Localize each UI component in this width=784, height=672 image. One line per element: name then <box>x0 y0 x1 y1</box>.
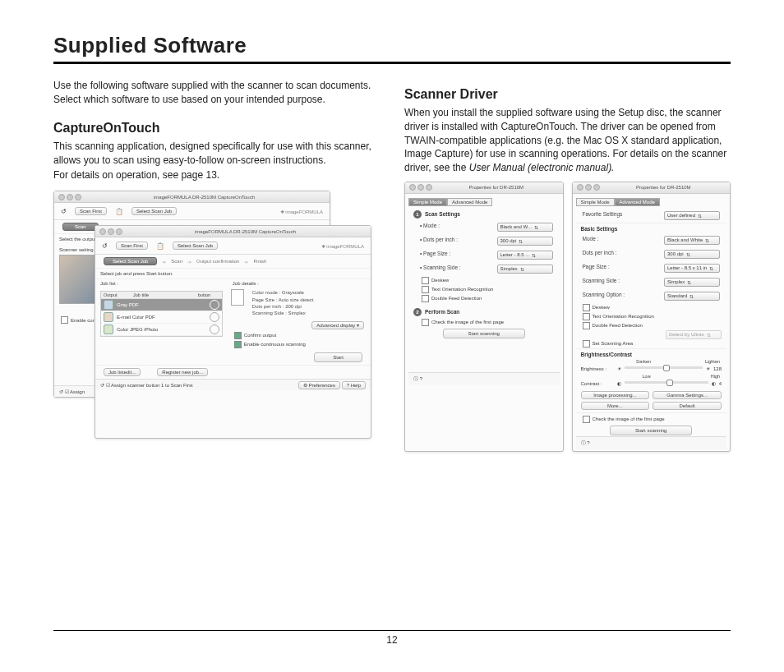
select-job-prompt: Select job and press Start button. <box>95 269 371 279</box>
mode-tabs-simple[interactable]: Simple ModeAdvanced Mode <box>408 198 560 206</box>
window-title-2: imageFORMULA DR-2510M CaptureOnTouch <box>124 229 367 234</box>
favorite-select[interactable]: User defined⇅ <box>664 211 720 220</box>
start-scanning-button-2[interactable]: Start scanning <box>610 426 692 435</box>
intro-text: Use the following software supplied with… <box>53 79 380 108</box>
select-scan-job-button[interactable]: Select Scan Job <box>131 207 177 215</box>
default-button[interactable]: Default <box>653 402 722 410</box>
deskew-checkbox[interactable]: Deskew <box>431 278 449 283</box>
check-first-page-checkbox-2[interactable]: Check the image of the first page <box>593 417 665 421</box>
brand-label-2: imageFORMULA <box>326 244 364 249</box>
job-row-2: E-mail Color PDF <box>101 311 222 324</box>
props-title-2: Properties for DR-2510M <box>602 185 726 190</box>
info-icon[interactable]: ⓘ ? <box>413 375 422 383</box>
job-row-3: Color JPEG iPhoto <box>101 324 222 336</box>
footer-rule <box>53 630 731 631</box>
mode-select[interactable]: Black and W...⇅ <box>497 223 553 232</box>
contrast-value: 4 <box>719 381 722 386</box>
cot-para2: For details on operation, see page 13. <box>53 168 380 182</box>
captureontouch-screenshots: imageFORMULA DR-2510M CaptureOnTouch ↺ S… <box>53 191 380 437</box>
image-processing-button[interactable]: Image processing... <box>581 391 650 399</box>
text-orient-checkbox[interactable]: Text Orientation Recognition <box>431 287 493 292</box>
heading-scanner-driver: Scanner Driver <box>404 87 731 102</box>
preferences-button[interactable]: ⚙ Preferences <box>298 381 340 389</box>
scan-step-label: Scan <box>171 259 182 264</box>
more-button[interactable]: More... <box>581 402 650 410</box>
driver-screenshots: Properties for DR-2510M Simple ModeAdvan… <box>404 182 731 452</box>
page-title: Supplied Software <box>53 33 731 58</box>
assign-label-back: Assign <box>70 389 85 394</box>
dpi-select[interactable]: 300 dpi⇅ <box>497 237 553 246</box>
detect-ultras-select: Detect by Ultras⇅ <box>666 330 722 339</box>
job-list[interactable]: OutputJob titlebutton Gray PDF E-mail Co… <box>100 291 223 337</box>
info-icon-2[interactable]: ⓘ ? <box>581 440 590 447</box>
pagesize-select[interactable]: Letter - 8.5 ...⇅ <box>497 251 553 260</box>
select-scan-job-step[interactable]: Select Scan Job <box>104 257 157 265</box>
scanside-select-2[interactable]: Simplex⇅ <box>664 278 720 287</box>
deskew-checkbox-2[interactable]: Deskew <box>593 305 610 310</box>
start-button[interactable]: Start <box>314 352 362 362</box>
dpi-select-2[interactable]: 300 dpi⇅ <box>664 250 720 259</box>
brightness-value: 128 <box>713 366 722 371</box>
double-feed-checkbox-2[interactable]: Double Feed Detection <box>593 323 643 328</box>
mode-select-2[interactable]: Black and White⇅ <box>664 236 720 245</box>
job-row-1: Gray PDF <box>101 299 222 311</box>
scan-step[interactable]: Scan <box>62 223 99 231</box>
props-title-1: Properties for DR-2510M <box>434 185 559 190</box>
text-orient-checkbox-2[interactable]: Text Orientation Recognition <box>593 314 654 319</box>
output-confirm-step: Output confirmation <box>196 259 239 264</box>
preview-thumbnail <box>59 255 97 304</box>
cot-para1: This scanning application, designed spec… <box>53 140 380 168</box>
driver-para: When you install the supplied software u… <box>404 106 731 175</box>
brand-label: imageFORMULA <box>285 209 323 214</box>
favorite-settings-label: Favorite Settings <box>583 211 623 220</box>
gamma-settings-button[interactable]: Gamma Settings... <box>653 391 722 399</box>
jobdetails-label: Job details : <box>228 279 371 288</box>
assign-label: Assign scanner button 1 to Scan First <box>111 383 193 388</box>
scanside-select[interactable]: Simplex⇅ <box>497 265 553 274</box>
scanner-settings-label: Scanner setting <box>59 247 97 252</box>
scan-settings-label: Scan Settings <box>425 211 460 217</box>
job-details: Color mode : Grayscale Page Size : Auto … <box>247 289 314 317</box>
scanoption-select[interactable]: Standard⇅ <box>664 292 720 301</box>
set-scan-area-checkbox[interactable]: Set Scanning Area <box>593 341 634 346</box>
joblistedit-button[interactable]: Job listedit... <box>104 368 141 376</box>
brightness-contrast-label: Brightness/Contrast <box>576 348 727 359</box>
start-scanning-button[interactable]: Start scanning <box>443 329 525 338</box>
pagesize-select-2[interactable]: Letter - 8.5 x 11 in⇅ <box>664 264 720 273</box>
select-scan-job-button-2[interactable]: Select Scan Job <box>173 242 218 250</box>
confirm-output-checkbox[interactable]: Confirm output <box>244 333 276 338</box>
mode-tabs-advanced[interactable]: Simple ModeAdvanced Mode <box>576 198 727 206</box>
joblist-label: Job list : <box>95 279 228 288</box>
perform-scan-label: Perform Scan <box>425 309 459 315</box>
page-number: 12 <box>0 634 784 646</box>
heading-captureontouch: CaptureOnTouch <box>53 121 380 136</box>
basic-settings-label: Basic Settings <box>576 223 727 233</box>
register-job-button[interactable]: Register new job... <box>157 368 208 376</box>
window-title: imageFORMULA DR-2510M CaptureOnTouch <box>83 195 325 200</box>
scan-first-button-2[interactable]: Scan First <box>116 242 148 250</box>
double-feed-checkbox[interactable]: Double Feed Detection <box>431 296 482 301</box>
title-rule <box>53 62 731 64</box>
advanced-display-button[interactable]: Advanced display ▾ <box>311 321 364 329</box>
check-first-page-checkbox[interactable]: Check the image of the first page <box>431 320 504 324</box>
scan-first-button[interactable]: Scan First <box>75 207 107 215</box>
enable-cont-checkbox[interactable]: Enable cont <box>71 318 97 323</box>
help-button[interactable]: ? Help <box>342 381 366 389</box>
finish-step-2: Finish <box>253 259 266 264</box>
continuous-scanning-checkbox[interactable]: Enable continuous scanning <box>244 342 306 347</box>
